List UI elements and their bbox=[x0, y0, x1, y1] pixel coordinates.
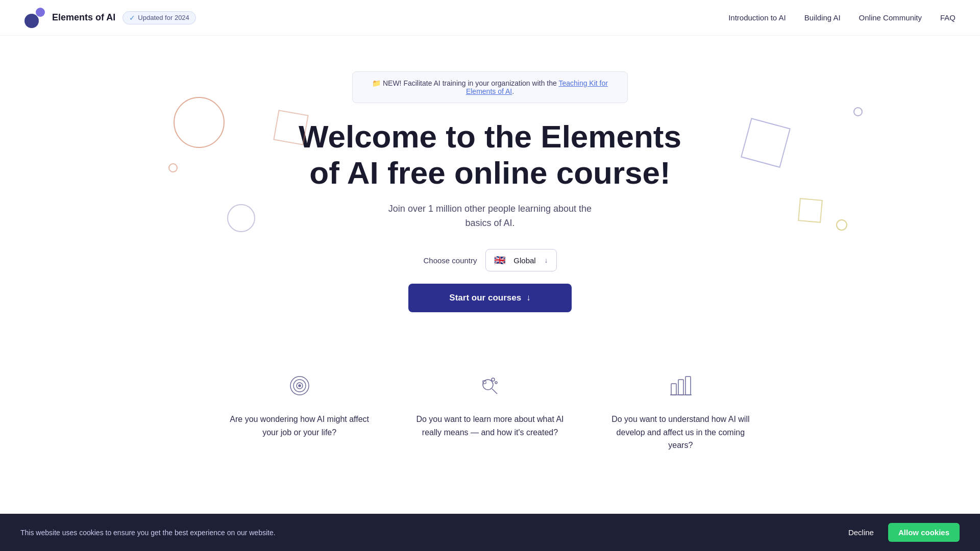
svg-rect-9 bbox=[671, 384, 676, 395]
target-icon bbox=[225, 373, 374, 403]
announcement-suffix: . bbox=[512, 87, 514, 95]
svg-line-5 bbox=[492, 389, 497, 394]
nav-link-intro[interactable]: Introduction to AI bbox=[728, 13, 786, 22]
cta-label: Start our courses bbox=[449, 293, 521, 303]
svg-point-8 bbox=[495, 382, 497, 384]
logo-circle-small bbox=[36, 8, 45, 17]
hero-subtitle: Join over 1 million other people learnin… bbox=[383, 202, 597, 231]
country-row: Choose country 🇬🇧 Global ↓ bbox=[10, 249, 970, 271]
logo-circle-big bbox=[24, 14, 39, 28]
navbar: Elements of AI ✓ Updated for 2024 Introd… bbox=[0, 0, 980, 36]
country-select[interactable]: 🇬🇧 Global ↓ bbox=[485, 249, 557, 271]
country-label: Choose country bbox=[423, 256, 477, 265]
chart-svg bbox=[668, 373, 693, 398]
deco-square-3 bbox=[798, 198, 823, 223]
hero-title: Welcome to the Elements of AI free onlin… bbox=[286, 118, 694, 191]
search-svg bbox=[478, 373, 502, 398]
navbar-right: Introduction to AI Building AI Online Co… bbox=[728, 13, 955, 22]
flag-icon: 🇬🇧 bbox=[494, 255, 505, 266]
svg-point-4 bbox=[483, 380, 493, 390]
svg-point-7 bbox=[492, 378, 495, 381]
updated-badge: ✓ Updated for 2024 bbox=[122, 11, 195, 24]
brand-name: Elements of AI bbox=[52, 12, 115, 23]
feature-job-text: Are you wondering how AI might affect yo… bbox=[225, 413, 374, 439]
deco-circle-2 bbox=[168, 163, 178, 172]
badge-label: Updated for 2024 bbox=[138, 14, 189, 21]
deco-square-2 bbox=[741, 118, 791, 168]
nav-link-community[interactable]: Online Community bbox=[859, 13, 922, 22]
svg-rect-10 bbox=[678, 380, 683, 395]
announcement-prefix: 📁 NEW! Facilitate AI training in your or… bbox=[372, 79, 558, 87]
hero-section: 📁 NEW! Facilitate AI training in your or… bbox=[0, 36, 980, 353]
announcement-bar: 📁 NEW! Facilitate AI training in your or… bbox=[352, 71, 628, 103]
features-section: Are you wondering how AI might affect yo… bbox=[184, 353, 796, 472]
chevron-down-icon: ↓ bbox=[545, 256, 548, 264]
search-icon bbox=[415, 373, 565, 403]
nav-link-faq[interactable]: FAQ bbox=[940, 13, 955, 22]
feature-future-text: Do you want to understand how AI will de… bbox=[606, 413, 755, 452]
cta-arrow-icon: ↓ bbox=[526, 293, 531, 303]
feature-learn-more: Do you want to learn more about what AI … bbox=[415, 373, 565, 452]
deco-circle-3 bbox=[227, 204, 255, 232]
start-courses-button[interactable]: Start our courses ↓ bbox=[408, 284, 572, 312]
feature-future: Do you want to understand how AI will de… bbox=[606, 373, 755, 452]
target-svg bbox=[287, 373, 312, 398]
logo-icon[interactable] bbox=[24, 8, 45, 28]
country-value: Global bbox=[513, 256, 535, 265]
svg-rect-11 bbox=[685, 377, 691, 395]
chart-icon bbox=[606, 373, 755, 403]
deco-circle-5 bbox=[853, 107, 863, 116]
navbar-left: Elements of AI ✓ Updated for 2024 bbox=[24, 8, 196, 28]
svg-point-3 bbox=[299, 385, 301, 387]
check-icon: ✓ bbox=[129, 14, 135, 22]
feature-learn-text: Do you want to learn more about what AI … bbox=[415, 413, 565, 439]
nav-link-building[interactable]: Building AI bbox=[804, 13, 841, 22]
deco-circle-4 bbox=[836, 219, 847, 231]
feature-job-life: Are you wondering how AI might affect yo… bbox=[225, 373, 374, 452]
deco-circle-1 bbox=[174, 97, 225, 148]
